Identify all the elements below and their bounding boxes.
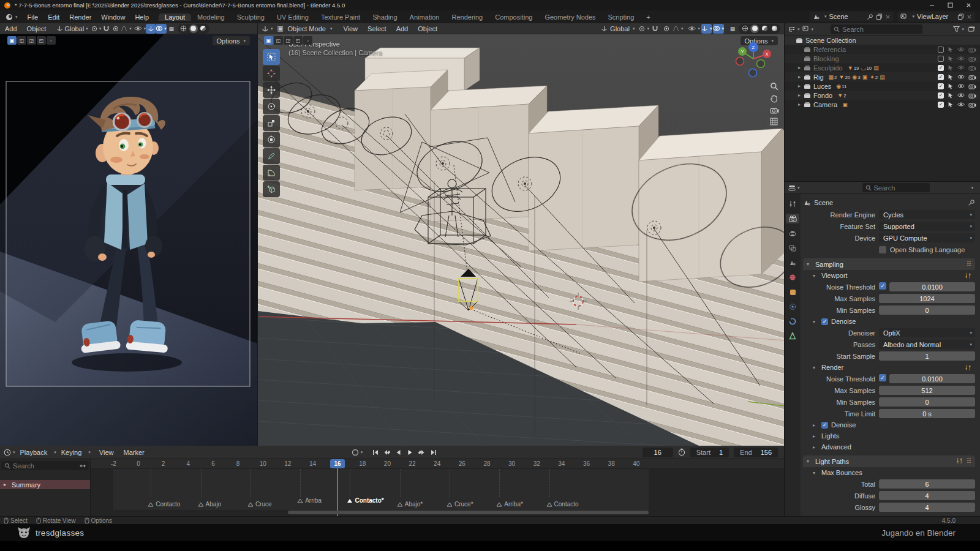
summary-channel[interactable]: ▸Summary: [0, 480, 90, 489]
selectable-icon[interactable]: [948, 47, 954, 53]
exclude-checkbox[interactable]: ✓: [938, 83, 944, 89]
new-scene-icon[interactable]: [876, 13, 883, 20]
timeline-marker[interactable]: Abajo*: [397, 501, 423, 508]
preset-sliders-icon[interactable]: [956, 457, 963, 464]
hide-eye-icon[interactable]: [957, 65, 965, 70]
device-dropdown[interactable]: GPU Compute▾: [879, 233, 975, 242]
prev-keyframe-icon[interactable]: [382, 448, 392, 457]
menu-file[interactable]: File: [23, 10, 43, 23]
timeline-marker[interactable]: Abajo: [198, 501, 222, 508]
outliner-filter-icon[interactable]: ▾: [953, 24, 964, 34]
select-box-icon[interactable]: ◱: [274, 36, 283, 45]
lights-header[interactable]: ▸Lights: [803, 430, 975, 441]
tab-constraints[interactable]: [786, 317, 799, 326]
proportional-edit-icon[interactable]: [111, 24, 121, 34]
render-min-samples-value[interactable]: 0: [879, 397, 975, 407]
menu-render[interactable]: Render: [64, 10, 96, 23]
glossy-bounces-value[interactable]: 4: [879, 503, 975, 512]
light-paths-panel-header[interactable]: ▾Light Paths ⠿: [803, 455, 975, 467]
timeline-marker[interactable]: Contacto: [546, 501, 579, 508]
select-lasso-icon[interactable]: ◰: [37, 36, 46, 45]
use-preview-range-icon[interactable]: [678, 448, 685, 456]
tool-measure[interactable]: [263, 165, 280, 181]
datablock-camera-icon[interactable]: ▣: [842, 102, 848, 108]
orientation-icon[interactable]: [55, 24, 64, 34]
timeline-marker[interactable]: Arriba*: [496, 501, 523, 508]
viewport-menu-object[interactable]: Object: [413, 23, 442, 34]
show-overlays-icon[interactable]: ▾: [713, 24, 724, 34]
outliner-row-camera[interactable]: ▸ Camera ▣ ✓: [785, 100, 980, 109]
main-3d-viewport[interactable]: ▾ ▣ Object Mode▾ View Select Add Object …: [257, 23, 784, 446]
exclude-checkbox[interactable]: ✓: [938, 92, 944, 99]
hide-eye-icon[interactable]: [957, 56, 965, 61]
expand-width-icon[interactable]: [80, 463, 86, 468]
menu-edit[interactable]: Edit: [43, 10, 64, 23]
left-menu-add[interactable]: Add: [0, 23, 22, 34]
selectable-icon[interactable]: [948, 65, 954, 71]
navigation-gizmo[interactable]: Z Y X: [734, 40, 773, 80]
transform-orientation[interactable]: Global: [610, 25, 630, 32]
workspace-tab-compositing[interactable]: Compositing: [489, 13, 538, 21]
properties-editor-icon[interactable]: ▾: [788, 183, 800, 193]
select-box-icon[interactable]: ◱: [17, 36, 26, 45]
workspace-tab-animation[interactable]: Animation: [404, 13, 446, 21]
render-visibility-icon[interactable]: [968, 102, 976, 108]
outliner-search[interactable]: Search: [831, 24, 922, 34]
workspace-tab-modeling[interactable]: Modeling: [191, 13, 231, 21]
hide-eye-icon[interactable]: [957, 74, 965, 80]
render-visibility-icon[interactable]: [968, 83, 976, 89]
render-visibility-icon[interactable]: [968, 47, 976, 53]
render-visibility-icon[interactable]: [968, 56, 976, 62]
shading-rendered-icon[interactable]: [770, 24, 778, 33]
menu-help[interactable]: Help: [130, 10, 154, 23]
pin-icon[interactable]: [867, 13, 873, 20]
selectable-icon[interactable]: [948, 102, 954, 108]
orientation-icon[interactable]: [599, 24, 609, 34]
pan-hand-icon[interactable]: [770, 94, 778, 103]
tab-view-layer[interactable]: [786, 243, 799, 253]
hide-eye-icon[interactable]: [957, 83, 965, 89]
close-button[interactable]: [960, 1, 976, 9]
outliner-row-referencia[interactable]: Referencia: [785, 45, 980, 54]
left-xray-icon[interactable]: ▦: [167, 24, 176, 34]
snap-target-icon[interactable]: ▾: [91, 24, 102, 34]
time-limit-value[interactable]: 0 s: [879, 409, 975, 418]
exclude-checkbox[interactable]: ✓: [938, 74, 944, 80]
advanced-header[interactable]: ▸Advanced: [803, 441, 975, 452]
render-visibility-icon[interactable]: [968, 74, 976, 80]
tool-cursor[interactable]: [263, 66, 280, 81]
sampling-render-header[interactable]: ▾Render: [803, 362, 975, 373]
timeline-menu-view[interactable]: View: [94, 446, 119, 459]
render-max-samples-value[interactable]: 512: [879, 386, 975, 395]
start-sample-value[interactable]: 1: [879, 351, 975, 361]
visibility-icon[interactable]: ▾: [688, 24, 700, 34]
timeline-marker[interactable]: Cruce*: [447, 501, 473, 508]
left-menu-object[interactable]: Object: [22, 23, 51, 34]
viewport-denoise-checkbox[interactable]: ✓: [821, 318, 828, 325]
viewport-max-samples-value[interactable]: 1024: [879, 294, 975, 303]
timeline-menu-playback[interactable]: Playback: [15, 446, 53, 459]
timeline-menu-keying[interactable]: Keying: [56, 446, 87, 459]
viewport-menu-select[interactable]: Select: [363, 23, 391, 34]
tab-world[interactable]: [786, 272, 799, 282]
timeline-search[interactable]: Search: [1, 461, 89, 470]
denoiser-dropdown[interactable]: OptiX▾: [879, 328, 975, 337]
render-engine-dropdown[interactable]: Cycles▾: [879, 210, 975, 219]
datablock-mesh-icon[interactable]: ▼2: [837, 92, 846, 99]
tab-tool[interactable]: [786, 199, 799, 209]
shading-wireframe-icon[interactable]: [741, 24, 749, 33]
outliner-row-esculpido[interactable]: ▸ Esculpido ▼19◡10▤ ✓: [785, 63, 980, 72]
new-collection-icon[interactable]: [967, 24, 976, 34]
datablock-collection-icon[interactable]: ▤: [880, 74, 886, 80]
datablock-image-icon[interactable]: ▦2: [829, 74, 837, 80]
add-workspace-button[interactable]: +: [640, 10, 656, 23]
hide-eye-icon[interactable]: [957, 102, 965, 107]
outliner-row-fondo[interactable]: ▸ Fondo ▼2 ✓: [785, 91, 980, 100]
left-options-button[interactable]: Options▾: [213, 36, 250, 45]
timeline-marker[interactable]: Arriba: [297, 497, 322, 504]
select-circle-icon[interactable]: ◲: [27, 36, 36, 45]
preset-sliders-icon[interactable]: [965, 364, 971, 371]
play-reverse-icon[interactable]: [393, 448, 404, 457]
tool-transform[interactable]: [263, 132, 280, 148]
datablock-armature-icon[interactable]: ✶2: [870, 74, 878, 80]
